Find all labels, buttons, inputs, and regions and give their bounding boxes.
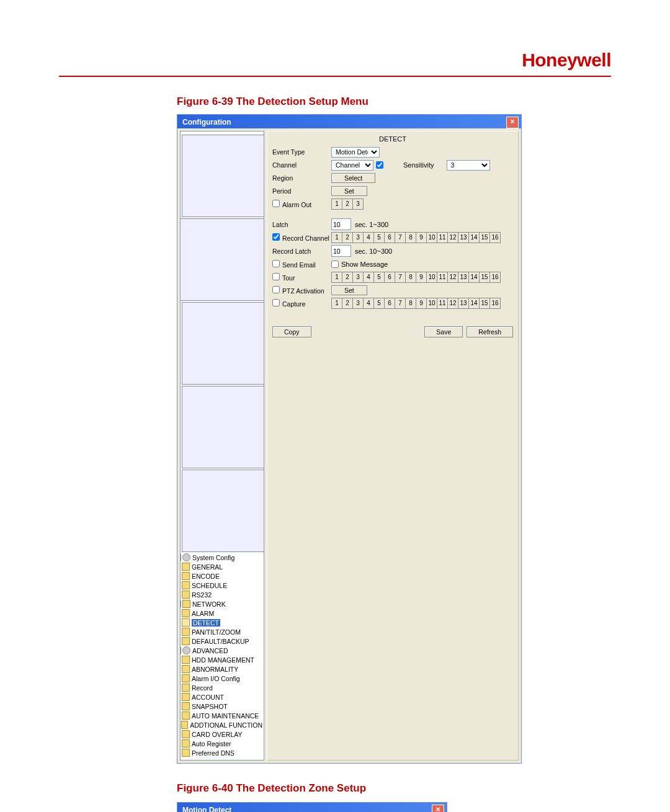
latch-input[interactable] [331, 218, 351, 230]
channel-cell[interactable]: 6 [385, 272, 395, 282]
event-type-select[interactable]: Motion Detect [331, 147, 380, 158]
tree-item-detect[interactable]: DETECT [182, 618, 262, 627]
channel-cell[interactable]: 10 [427, 298, 437, 308]
send-email-checkbox[interactable] [272, 260, 280, 267]
channel-cell[interactable]: 4 [364, 298, 374, 308]
tree-item-log[interactable]: LOG [182, 469, 262, 553]
channel-cell[interactable]: 4 [364, 233, 374, 243]
channel-cell[interactable]: 8 [406, 272, 416, 282]
channel-cell[interactable]: 3 [353, 199, 363, 209]
channel-cell[interactable]: 2 [342, 199, 353, 209]
channel-cell[interactable]: 1 [332, 199, 342, 209]
tree-item-hddinfo[interactable]: HDD INFO [182, 385, 262, 469]
tree-item-general[interactable]: GENERAL [182, 562, 262, 571]
channel-cell[interactable]: 4 [364, 272, 374, 282]
tree-item-rs232[interactable]: RS232 [182, 590, 262, 599]
tree-item-addfunc[interactable]: -ADDTIONAL FUNCTION [182, 720, 262, 729]
collapse-icon[interactable]: - [180, 554, 181, 561]
tree-item-alarm[interactable]: ALARM [182, 609, 262, 618]
channel-cell[interactable]: 14 [469, 298, 480, 308]
ptz-activation-checkbox[interactable] [272, 286, 280, 293]
channel-cell[interactable]: 10 [427, 272, 437, 282]
channel-cell[interactable]: 14 [469, 272, 480, 282]
channel-cell[interactable]: 16 [490, 272, 500, 282]
channel-cell[interactable]: 14 [469, 233, 480, 243]
channel-cell[interactable]: 5 [374, 272, 385, 282]
channel-cell[interactable]: 2 [342, 272, 353, 282]
channel-cell[interactable]: 7 [395, 272, 406, 282]
tree-item-version[interactable]: VERSION [182, 301, 262, 385]
channel-cell[interactable]: 1 [332, 233, 342, 243]
tree-item-control-panel[interactable]: Control Panel [182, 134, 262, 218]
record-channel-grid[interactable]: 12345678910111213141516 [331, 232, 501, 243]
tree-item-query[interactable]: -Query System Info [182, 218, 262, 301]
tree-item-hddm[interactable]: HDD MANAGEMENT [182, 655, 262, 664]
channel-cell[interactable]: 5 [374, 233, 385, 243]
channel-cell[interactable]: 8 [406, 233, 416, 243]
channel-cell[interactable]: 11 [437, 272, 448, 282]
alarm-out-grid[interactable]: 123 [331, 199, 364, 210]
channel-cell[interactable]: 15 [480, 272, 490, 282]
channel-cell[interactable]: 15 [480, 233, 490, 243]
tree-item-defback[interactable]: DEFAULT/BACKUP [182, 636, 262, 646]
channel-cell[interactable]: 16 [490, 233, 500, 243]
channel-cell[interactable]: 11 [437, 298, 448, 308]
record-channel-checkbox[interactable] [272, 233, 280, 241]
tree-item-encode[interactable]: ENCODE [182, 571, 262, 581]
channel-cell[interactable]: 2 [342, 233, 353, 243]
tree-item-network[interactable]: +NETWORK [182, 599, 262, 609]
channel-cell[interactable]: 7 [395, 233, 406, 243]
tree-item-snapshot[interactable]: SNAPSHOT [182, 702, 262, 711]
copy-button[interactable]: Copy [272, 326, 311, 337]
channel-cell[interactable]: 12 [448, 272, 458, 282]
tree-item-record[interactable]: Record [182, 683, 262, 692]
channel-cell[interactable]: 2 [342, 298, 353, 308]
region-select-button[interactable]: Select [331, 173, 375, 183]
channel-cell[interactable]: 9 [416, 233, 427, 243]
show-message-checkbox[interactable] [331, 261, 339, 268]
tree-item-sysconfig[interactable]: -System Config [182, 553, 262, 562]
channel-cell[interactable]: 8 [406, 298, 416, 308]
channel-cell[interactable]: 6 [385, 298, 395, 308]
refresh-button[interactable]: Refresh [467, 326, 513, 337]
channel-cell[interactable]: 13 [458, 233, 469, 243]
channel-cell[interactable]: 13 [458, 298, 469, 308]
channel-cell[interactable]: 7 [395, 298, 406, 308]
record-latch-input[interactable] [331, 245, 351, 257]
close-icon[interactable]: × [432, 805, 444, 813]
channel-cell[interactable]: 1 [332, 272, 342, 282]
channel-cell[interactable]: 12 [448, 298, 458, 308]
tree-item-advanced[interactable]: -ADVANCED [182, 646, 262, 655]
channel-cell[interactable]: 10 [427, 233, 437, 243]
channel-cell[interactable]: 11 [437, 233, 448, 243]
channel-cell[interactable]: 16 [490, 298, 500, 308]
channel-cell[interactable]: 15 [480, 298, 490, 308]
collapse-icon[interactable]: - [180, 647, 181, 654]
channel-cell[interactable]: 9 [416, 272, 427, 282]
tree-item-schedule[interactable]: SCHEDULE [182, 581, 262, 590]
tree-item-ptz[interactable]: PAN/TILT/ZOOM [182, 627, 262, 636]
tree-item-cardov[interactable]: CARD OVERLAY [182, 729, 262, 739]
channel-cell[interactable]: 6 [385, 233, 395, 243]
alarm-out-checkbox[interactable] [272, 200, 280, 207]
channel-cell[interactable]: 13 [458, 272, 469, 282]
channel-select[interactable]: Channel 01 [331, 160, 373, 171]
channel-cell[interactable]: 3 [353, 272, 364, 282]
save-button[interactable]: Save [424, 326, 463, 337]
channel-enable-checkbox[interactable] [376, 161, 383, 169]
ptz-set-button[interactable]: Set [331, 285, 367, 295]
tour-checkbox[interactable] [272, 273, 280, 280]
capture-checkbox[interactable] [272, 299, 280, 306]
channel-cell[interactable]: 3 [353, 233, 364, 243]
sensitivity-select[interactable]: 3 [447, 160, 490, 171]
capture-grid[interactable]: 12345678910111213141516 [331, 298, 501, 309]
tree-item-autoreg[interactable]: Auto Register [182, 739, 262, 748]
tree-item-automaint[interactable]: AUTO MAINTENANCE [182, 711, 262, 720]
channel-cell[interactable]: 3 [353, 298, 364, 308]
tree-item-abn[interactable]: ABNORMALITY [182, 664, 262, 674]
channel-cell[interactable]: 5 [374, 298, 385, 308]
tree-item-prefdns[interactable]: Preferred DNS [182, 748, 262, 757]
channel-cell[interactable]: 9 [416, 298, 427, 308]
period-set-button[interactable]: Set [331, 186, 367, 196]
tour-grid[interactable]: 12345678910111213141516 [331, 272, 501, 283]
